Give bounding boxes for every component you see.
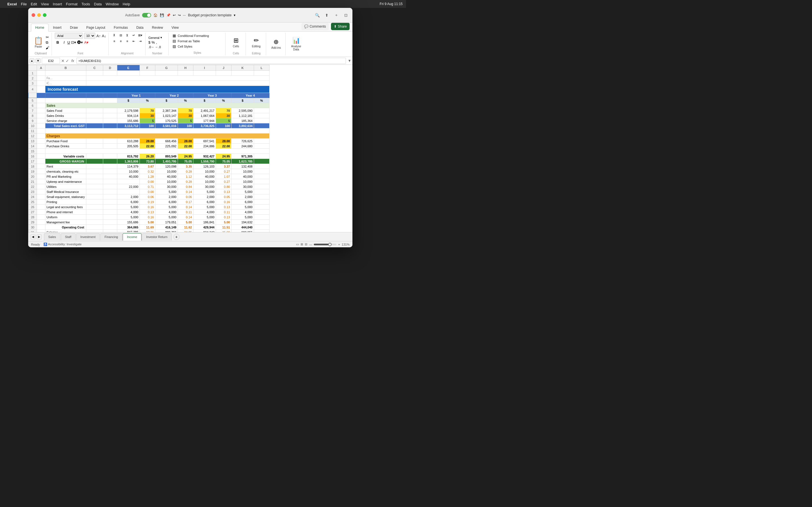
- year1-header[interactable]: Year 1: [117, 93, 155, 98]
- cell-C27[interactable]: [86, 210, 103, 215]
- cell-L21[interactable]: [254, 179, 269, 184]
- cell-I20[interactable]: 40,000: [193, 174, 216, 179]
- currency-button[interactable]: $: [148, 40, 150, 45]
- formula-input[interactable]: [77, 58, 346, 64]
- sales-header[interactable]: Sales: [45, 103, 269, 108]
- tab-review[interactable]: Review: [148, 24, 167, 31]
- close-button[interactable]: [32, 13, 35, 17]
- cell-D27[interactable]: [103, 210, 117, 215]
- cell-F1[interactable]: [140, 71, 155, 76]
- cell-B14[interactable]: Purchase Drinks: [45, 144, 86, 149]
- cell-A4[interactable]: [37, 86, 45, 93]
- cell-E5[interactable]: $: [117, 98, 140, 103]
- cell-G5[interactable]: $: [155, 98, 177, 103]
- cell-D8[interactable]: [103, 113, 117, 118]
- cell-C13[interactable]: [86, 138, 103, 144]
- cell-K17[interactable]: 1,623,785: [231, 159, 254, 164]
- cell-C-year[interactable]: [86, 93, 103, 98]
- cell-F25[interactable]: 0.19: [140, 200, 155, 205]
- cell-I25[interactable]: 6,000: [193, 200, 216, 205]
- cell-D19[interactable]: [103, 169, 117, 174]
- cell-D7[interactable]: [103, 108, 117, 113]
- decimal-decrease-button[interactable]: ←.0: [155, 45, 161, 49]
- cell-F5[interactable]: %: [140, 98, 155, 103]
- cell-B3[interactable]: iC…: [45, 81, 86, 86]
- cell-J10[interactable]: 100: [216, 123, 231, 128]
- merge-button[interactable]: ⊞▾: [137, 33, 143, 38]
- cell-A5[interactable]: [37, 98, 45, 103]
- cell-B28[interactable]: Uniform: [45, 215, 86, 220]
- cell-K5[interactable]: $: [231, 98, 254, 103]
- cell-F9[interactable]: 5: [140, 118, 155, 123]
- cell-B1[interactable]: [45, 71, 86, 76]
- cell-E26[interactable]: 5,000: [117, 205, 140, 210]
- cell-C20[interactable]: [86, 174, 103, 179]
- decrease-indent-button[interactable]: ⇤: [131, 39, 137, 44]
- charges-header[interactable]: Charges: [45, 133, 269, 138]
- cell-C22[interactable]: [86, 184, 103, 189]
- cell-A24[interactable]: [37, 194, 45, 200]
- cell-G19[interactable]: 10,000: [155, 169, 177, 174]
- font-select[interactable]: Arial: [55, 33, 83, 39]
- cell-A18[interactable]: [37, 164, 45, 169]
- page-break-view-icon[interactable]: ⊟: [305, 242, 307, 246]
- cell-A9[interactable]: [37, 118, 45, 123]
- tab-financing[interactable]: Financing: [100, 233, 122, 240]
- cell-K21[interactable]: 10,000: [231, 179, 254, 184]
- col-header-A[interactable]: A: [37, 65, 45, 71]
- cell-A11[interactable]: [37, 128, 45, 133]
- align-bottom-button[interactable]: ⊻: [124, 33, 130, 38]
- cell-F14[interactable]: 22.00: [140, 144, 155, 149]
- cell-I17[interactable]: 1,558,790: [193, 159, 216, 164]
- cell-J29[interactable]: 5.00: [216, 220, 231, 225]
- cell-H17[interactable]: 75.05: [177, 159, 193, 164]
- save-icon[interactable]: 💾: [160, 13, 164, 17]
- cell-H7[interactable]: 70: [177, 108, 193, 113]
- percent-button[interactable]: %: [152, 40, 155, 45]
- cell-A29[interactable]: [37, 220, 45, 225]
- cell-J26[interactable]: 0.13: [216, 205, 231, 210]
- cell-C26[interactable]: [86, 205, 103, 210]
- cell-E27[interactable]: 4,000: [117, 210, 140, 215]
- cell-H5[interactable]: %: [177, 98, 193, 103]
- tab-sales[interactable]: Sales: [44, 233, 60, 240]
- cell-E18[interactable]: 114,379: [117, 164, 140, 169]
- cell-L19[interactable]: [254, 169, 269, 174]
- cell-F31[interactable]: 27.21: [140, 230, 155, 232]
- cell-K22[interactable]: 30,000: [231, 184, 254, 189]
- cell-B15[interactable]: [45, 149, 269, 154]
- cell-H31[interactable]: 24.85: [177, 230, 193, 232]
- pin-icon[interactable]: 📌: [166, 13, 170, 17]
- cell-A2[interactable]: [37, 76, 45, 81]
- add-sheet-button[interactable]: +: [173, 234, 180, 240]
- addins-button[interactable]: ⊕ Add-ins: [269, 37, 283, 50]
- col-header-C[interactable]: C: [86, 65, 103, 71]
- tab-view[interactable]: View: [167, 24, 183, 31]
- cell-E10[interactable]: 3,113,712: [117, 123, 140, 128]
- cell-L10[interactable]: [254, 123, 269, 128]
- cell-I31[interactable]: 934,243: [193, 230, 216, 232]
- cell-C16[interactable]: [86, 154, 103, 159]
- share-button[interactable]: ⬆ Share: [331, 23, 350, 30]
- align-right-button[interactable]: ≡: [124, 39, 130, 44]
- cell-E23[interactable]: [117, 189, 140, 194]
- cell-E29[interactable]: 155,686: [117, 220, 140, 225]
- page-layout-view-icon[interactable]: ⊞: [301, 242, 303, 246]
- cell-D22[interactable]: [103, 184, 117, 189]
- wrap-text-button[interactable]: ↵: [131, 33, 137, 38]
- cell-L24[interactable]: [254, 194, 269, 200]
- cell-J31[interactable]: 25.00: [216, 230, 231, 232]
- cell-J17[interactable]: 75.05: [216, 159, 231, 164]
- increase-font-icon[interactable]: A↑: [96, 34, 101, 38]
- undo-icon[interactable]: ↩: [173, 13, 175, 17]
- cell-J24[interactable]: 0.05: [216, 194, 231, 200]
- cell-A15[interactable]: [37, 149, 45, 154]
- sidebar-icon[interactable]: ⊡: [343, 12, 349, 18]
- cell-B10[interactable]: Total Sales excl. GST: [45, 123, 86, 128]
- cell-K25[interactable]: 6,000: [231, 200, 254, 205]
- cell-D28[interactable]: [103, 215, 117, 220]
- cell-J13[interactable]: 28.00: [216, 138, 231, 144]
- zoom-handle[interactable]: [328, 243, 332, 246]
- cell-styles-button[interactable]: ▨ Cell Styles: [171, 44, 223, 49]
- cell-L28[interactable]: [254, 215, 269, 220]
